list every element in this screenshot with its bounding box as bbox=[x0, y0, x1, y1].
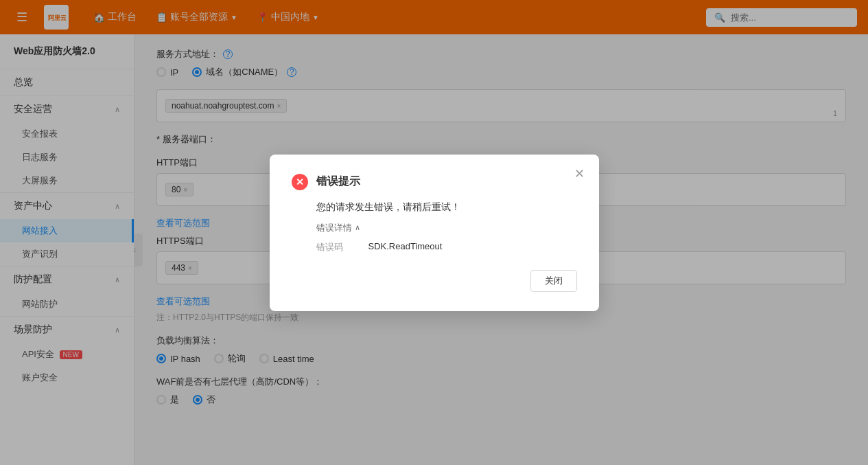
detail-toggle-label: 错误详情 bbox=[316, 222, 352, 234]
error-modal: ✕ ✕ 错误提示 您的请求发生错误，请稍后重试！ 错误详情 ∧ 错误码 SDK.… bbox=[270, 155, 599, 311]
modal-detail-row: 错误码 SDK.ReadTimeout bbox=[316, 241, 577, 253]
modal-overlay: ✕ ✕ 错误提示 您的请求发生错误，请稍后重试！ 错误详情 ∧ 错误码 SDK.… bbox=[0, 0, 868, 465]
modal-title: 错误提示 bbox=[316, 174, 360, 189]
modal-close-button[interactable]: 关闭 bbox=[530, 270, 577, 292]
modal-title-row: ✕ 错误提示 bbox=[292, 174, 577, 190]
error-code-label: 错误码 bbox=[316, 241, 357, 253]
modal-body: 您的请求发生错误，请稍后重试！ 错误详情 ∧ 错误码 SDK.ReadTimeo… bbox=[292, 201, 577, 253]
error-code-value: SDK.ReadTimeout bbox=[368, 241, 443, 253]
modal-message: 您的请求发生错误，请稍后重试！ bbox=[316, 201, 577, 214]
modal-close-icon[interactable]: ✕ bbox=[572, 166, 588, 182]
modal-footer: 关闭 bbox=[292, 270, 577, 292]
error-icon: ✕ bbox=[292, 174, 308, 190]
modal-detail-toggle[interactable]: 错误详情 ∧ bbox=[316, 222, 577, 234]
chevron-up-icon: ∧ bbox=[355, 223, 360, 232]
